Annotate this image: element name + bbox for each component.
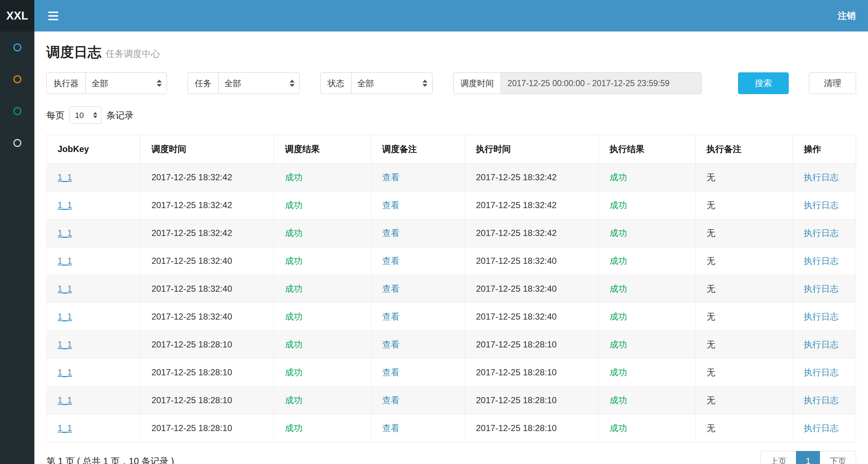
status-filter-label: 状态 [320, 72, 351, 94]
handle-msg-cell: 无 [696, 331, 793, 359]
action-cell: 执行日志 [793, 414, 856, 442]
jobkey-link[interactable]: 1_1 [58, 312, 72, 321]
jobkey-cell: 1_1 [47, 275, 140, 303]
jobkey-link[interactable]: 1_1 [58, 172, 72, 182]
trigger-time-cell: 2017-12-25 18:28:10 [140, 359, 274, 387]
page-title: 调度日志 [46, 45, 101, 60]
trigger-result-cell: 成功 [274, 414, 371, 442]
trigger-msg-cell: 查看 [371, 164, 465, 191]
table-row: 1_1 2017-12-25 18:32:42 成功 查看 2017-12-25… [47, 164, 856, 191]
trigger-result-cell: 成功 [274, 247, 371, 275]
hamburger-menu-icon[interactable] [48, 12, 58, 20]
trigger-time-filter-label: 调度时间 [453, 72, 501, 94]
clear-button[interactable]: 清理 [809, 72, 856, 94]
jobkey-cell: 1_1 [47, 359, 140, 387]
col-handle-time: 执行时间 [465, 135, 599, 164]
pagination: 上页 1 下页 [760, 451, 856, 464]
col-jobkey: JobKey [47, 135, 140, 164]
trigger-result-cell: 成功 [274, 164, 371, 191]
sidebar-menu-icon[interactable] [13, 75, 21, 83]
view-trigger-msg-link[interactable]: 查看 [382, 423, 400, 433]
job-filter-label: 任务 [187, 72, 219, 94]
execution-log-link[interactable]: 执行日志 [804, 423, 839, 433]
sidebar-menu-icon[interactable] [13, 43, 21, 51]
jobkey-link[interactable]: 1_1 [58, 200, 72, 210]
execution-log-link[interactable]: 执行日志 [804, 172, 839, 182]
page-1-button[interactable]: 1 [796, 451, 820, 464]
handle-msg-cell: 无 [696, 414, 793, 442]
executor-filter-label: 执行器 [46, 72, 86, 94]
jobkey-link[interactable]: 1_1 [58, 228, 72, 238]
execution-log-link[interactable]: 执行日志 [804, 228, 839, 238]
view-trigger-msg-link[interactable]: 查看 [382, 395, 400, 405]
next-page-button[interactable]: 下页 [820, 451, 856, 464]
trigger-time-cell: 2017-12-25 18:32:40 [140, 275, 274, 303]
jobkey-cell: 1_1 [47, 191, 140, 219]
handle-time-cell: 2017-12-25 18:28:10 [465, 331, 599, 359]
execution-log-link[interactable]: 执行日志 [804, 339, 839, 349]
action-cell: 执行日志 [793, 275, 856, 303]
handle-result-cell: 成功 [598, 303, 695, 331]
action-cell: 执行日志 [793, 164, 856, 191]
handle-result-cell: 成功 [598, 191, 695, 219]
sidebar-menu-icon[interactable] [13, 107, 21, 115]
executor-filter-group: 执行器 全部 [46, 72, 167, 94]
jobkey-link[interactable]: 1_1 [58, 339, 72, 349]
execution-log-link[interactable]: 执行日志 [804, 395, 839, 405]
jobkey-cell: 1_1 [47, 331, 140, 359]
col-trigger-result: 调度结果 [274, 135, 371, 164]
logout-link[interactable]: 注销 [838, 10, 856, 22]
page-size-select[interactable]: 10 [70, 107, 101, 123]
execution-log-link[interactable]: 执行日志 [804, 200, 839, 210]
filter-bar: 执行器 全部 任务 全部 状态 全部 调度时间 搜索 清理 [46, 72, 856, 94]
view-trigger-msg-link[interactable]: 查看 [382, 256, 400, 266]
log-table-body: 1_1 2017-12-25 18:32:42 成功 查看 2017-12-25… [47, 164, 856, 442]
job-select[interactable]: 全部 [219, 73, 299, 94]
view-trigger-msg-link[interactable]: 查看 [382, 284, 400, 294]
app-logo[interactable]: XXL [0, 0, 34, 31]
execution-log-link[interactable]: 执行日志 [804, 367, 839, 377]
handle-result-cell: 成功 [598, 359, 695, 387]
action-cell: 执行日志 [793, 359, 856, 387]
execution-log-link[interactable]: 执行日志 [804, 256, 839, 266]
dispatch-log-table: JobKey 调度时间 调度结果 调度备注 执行时间 执行结果 执行备注 操作 … [46, 135, 856, 442]
jobkey-link[interactable]: 1_1 [58, 395, 72, 405]
trigger-msg-cell: 查看 [371, 303, 465, 331]
trigger-result-cell: 成功 [274, 275, 371, 303]
status-select-wrap: 全部 [351, 72, 433, 94]
trigger-time-range-input[interactable] [501, 72, 701, 94]
trigger-time-cell: 2017-12-25 18:32:42 [140, 164, 274, 191]
prev-page-button[interactable]: 上页 [760, 451, 796, 464]
sidebar-menu-icon[interactable] [13, 139, 21, 147]
view-trigger-msg-link[interactable]: 查看 [382, 339, 400, 349]
status-select[interactable]: 全部 [351, 73, 432, 94]
page-size-control: 每页 10 条记录 [46, 106, 856, 124]
trigger-result-cell: 成功 [274, 303, 371, 331]
jobkey-link[interactable]: 1_1 [58, 256, 72, 266]
sidebar [0, 31, 34, 464]
action-cell: 执行日志 [793, 191, 856, 219]
table-row: 1_1 2017-12-25 18:32:40 成功 查看 2017-12-25… [47, 275, 856, 303]
view-trigger-msg-link[interactable]: 查看 [382, 312, 400, 321]
view-trigger-msg-link[interactable]: 查看 [382, 172, 400, 182]
handle-msg-cell: 无 [696, 219, 793, 247]
execution-log-link[interactable]: 执行日志 [804, 284, 839, 294]
search-button[interactable]: 搜索 [738, 72, 789, 94]
execution-log-link[interactable]: 执行日志 [804, 312, 839, 321]
pagination-summary: 第 1 页 ( 总共 1 页，10 条记录 ) [46, 455, 174, 464]
view-trigger-msg-link[interactable]: 查看 [382, 200, 400, 210]
action-cell: 执行日志 [793, 219, 856, 247]
trigger-msg-cell: 查看 [371, 414, 465, 442]
jobkey-link[interactable]: 1_1 [58, 367, 72, 377]
view-trigger-msg-link[interactable]: 查看 [382, 367, 400, 377]
action-cell: 执行日志 [793, 331, 856, 359]
jobkey-link[interactable]: 1_1 [58, 284, 72, 294]
col-trigger-time: 调度时间 [140, 135, 274, 164]
view-trigger-msg-link[interactable]: 查看 [382, 228, 400, 238]
trigger-msg-cell: 查看 [371, 191, 465, 219]
jobkey-link[interactable]: 1_1 [58, 423, 72, 433]
trigger-msg-cell: 查看 [371, 275, 465, 303]
handle-time-cell: 2017-12-25 18:32:42 [465, 219, 599, 247]
main-content: 调度日志任务调度中心 执行器 全部 任务 全部 状态 全部 调度时间 [34, 31, 868, 464]
executor-select[interactable]: 全部 [86, 73, 167, 94]
